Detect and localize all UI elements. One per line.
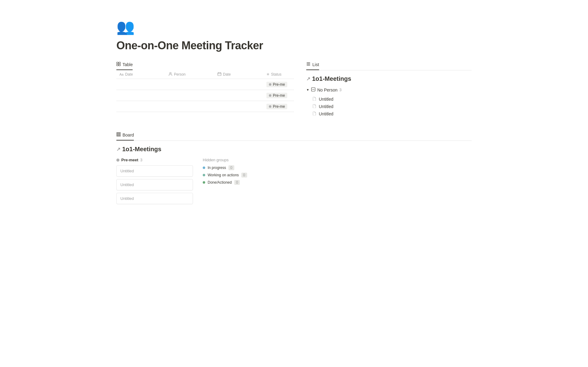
cell-date-1 [214, 79, 263, 90]
col-label-date: Date [223, 72, 231, 77]
table-row[interactable]: Pre-me [116, 90, 294, 101]
board-tab[interactable]: Board [116, 132, 134, 140]
list-item-3[interactable]: Untitled [306, 110, 472, 118]
list-view: List ↗ 1o1-Meetings ▼ No Person 3 [306, 62, 472, 118]
hidden-group-done[interactable]: Done/Actioned 0 [203, 180, 247, 185]
list-tab-label: List [312, 62, 319, 67]
status-dot-1 [269, 83, 271, 86]
board-section-name: 1o1-Meetings [122, 146, 161, 153]
cell-date-name-1 [116, 79, 165, 90]
svg-rect-8 [118, 133, 119, 136]
table-body: Pre-me Pre-me [116, 79, 294, 112]
cell-person-2 [165, 90, 214, 101]
status-badge-1: Pre-me [266, 82, 287, 87]
svg-rect-0 [117, 62, 118, 64]
board-column-header-premeet: Pre-meet 3 [116, 158, 193, 162]
aa-icon: Aa [119, 73, 123, 76]
status-label-1: Pre-me [273, 82, 285, 87]
col-label-person: Person [174, 72, 186, 77]
done-count: 0 [234, 180, 240, 185]
cell-status-1: Pre-me [263, 79, 294, 90]
cell-person-1 [165, 79, 214, 90]
table-tab[interactable]: Table [116, 62, 133, 70]
no-person-icon [311, 87, 315, 92]
board-card-2[interactable]: Untitled [116, 179, 193, 190]
board-arrow-icon: ↗ [116, 146, 120, 152]
page-title: One-on-One Meeting Tracker [116, 39, 472, 52]
table-row[interactable]: Pre-me [116, 79, 294, 90]
cell-date-3 [214, 101, 263, 112]
table-icon [116, 62, 121, 67]
col-header-date-name: Aa Date [116, 70, 165, 79]
svg-rect-9 [119, 133, 121, 136]
col-label-date-name: Date [125, 72, 133, 77]
status-dot-3 [269, 105, 271, 108]
premeet-count: 3 [140, 158, 142, 162]
svg-rect-3 [119, 64, 120, 66]
working-label: Working on actions [208, 173, 239, 177]
table-row[interactable]: Pre-me [116, 101, 294, 112]
premeet-title: Pre-meet [121, 158, 138, 162]
working-count: 0 [241, 173, 247, 178]
list-item-label-3: Untitled [319, 111, 333, 116]
list-item-2[interactable]: Untitled [306, 103, 472, 110]
status-badge-3: Pre-me [266, 104, 287, 109]
status-badge-2: Pre-me [266, 93, 287, 98]
board-card-3[interactable]: Untitled [116, 193, 193, 204]
col-header-date: Date [214, 70, 263, 79]
inprogress-label: In progress [208, 166, 226, 170]
list-item-1[interactable]: Untitled [306, 95, 472, 103]
person-icon [168, 72, 172, 77]
hidden-groups: Hidden groups In progress 0 Working on a… [203, 158, 247, 187]
col-header-person: Person [165, 70, 214, 79]
table-tab-label: Table [123, 62, 133, 67]
cell-status-3: Pre-me [263, 101, 294, 112]
inprogress-dot [203, 167, 205, 169]
col-label-status: Status [271, 72, 281, 77]
board-tab-label: Board [123, 133, 134, 137]
cell-date-name-3 [116, 101, 165, 112]
hidden-group-inprogress[interactable]: In progress 0 [203, 165, 247, 170]
page-icon: 👥 [116, 18, 472, 36]
hidden-group-working[interactable]: Working on actions 0 [203, 173, 247, 178]
list-group-header[interactable]: ▼ No Person 3 [306, 86, 472, 94]
done-dot [203, 181, 205, 184]
arrow-up-right-icon: ↗ [306, 76, 310, 82]
svg-rect-1 [119, 62, 120, 64]
board-card-label-1: Untitled [120, 169, 134, 173]
list-icon [306, 62, 311, 67]
cell-date-2 [214, 90, 263, 101]
list-tab[interactable]: List [306, 62, 319, 70]
svg-rect-5 [218, 73, 221, 76]
svg-rect-7 [117, 133, 118, 136]
board-icon [116, 132, 121, 137]
doc-icon-1 [312, 97, 316, 102]
board-divider [116, 140, 472, 141]
board-content: Pre-meet 3 Untitled Untitled Untitled Hi… [116, 158, 472, 207]
col-header-status: ✳ Status [263, 70, 294, 79]
inprogress-count: 0 [228, 165, 234, 170]
board-section: Board ↗ 1o1-Meetings Pre-meet 3 Untitled… [116, 132, 472, 207]
board-column-premeet: Pre-meet 3 Untitled Untitled Untitled [116, 158, 193, 207]
calendar-icon [217, 72, 221, 77]
board-section-title: ↗ 1o1-Meetings [116, 146, 472, 153]
list-item-label-2: Untitled [319, 104, 333, 109]
list-section-name: 1o1-Meetings [312, 75, 351, 82]
table-view: Table Aa Date Person [116, 62, 294, 112]
board-card-label-2: Untitled [120, 182, 134, 187]
table-header: Aa Date Person [116, 70, 294, 79]
working-dot [203, 174, 205, 176]
svg-rect-2 [117, 64, 118, 66]
done-label: Done/Actioned [208, 180, 232, 185]
list-item-label-1: Untitled [319, 97, 333, 102]
status-label-3: Pre-me [273, 104, 285, 109]
cell-status-2: Pre-me [263, 90, 294, 101]
premeet-dot [116, 159, 119, 162]
board-card-1[interactable]: Untitled [116, 165, 193, 177]
board-card-label-3: Untitled [120, 196, 134, 201]
cell-date-name-2 [116, 90, 165, 101]
status-label-2: Pre-me [273, 93, 285, 98]
chevron-down-icon: ▼ [306, 88, 309, 92]
svg-point-4 [170, 73, 171, 74]
list-divider [306, 70, 472, 70]
